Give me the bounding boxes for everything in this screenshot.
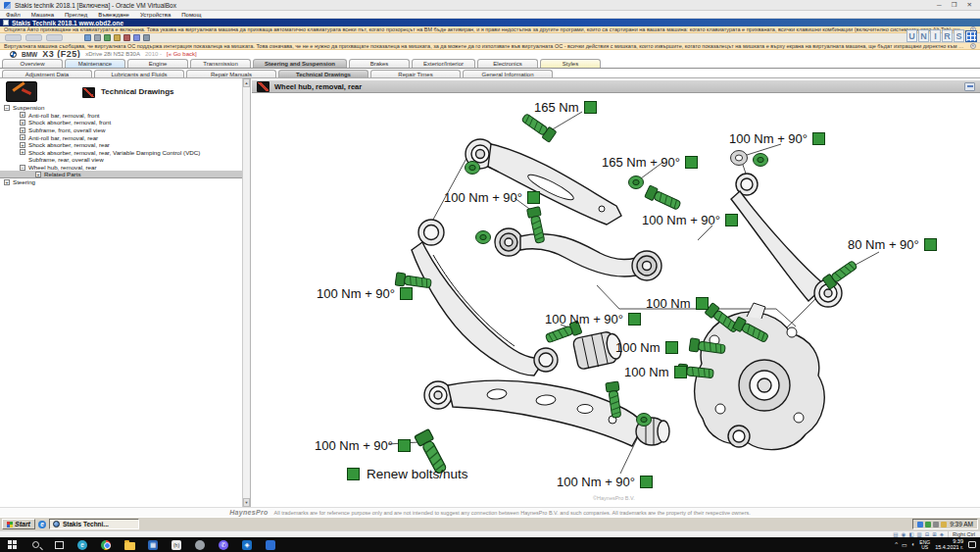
subtab-repair-times[interactable]: Repair Times <box>370 70 461 77</box>
subtab-technical-drawings[interactable]: Technical Drawings <box>278 70 368 77</box>
subtab-general-information[interactable]: General Information <box>463 70 553 77</box>
action-center-icon[interactable] <box>968 541 976 548</box>
tree-item-label: Subframe, rear, overall view <box>28 156 104 163</box>
viber-icon[interactable]: ✆ <box>212 537 235 552</box>
task-view-icon[interactable] <box>47 537 71 552</box>
blue-grid-app-icon[interactable]: ▦ <box>141 537 165 552</box>
toolbar-home-icon[interactable] <box>133 34 140 41</box>
menu-item-0[interactable]: Файл <box>6 12 21 18</box>
vm-task-button[interactable]: Stakis Techni... <box>49 519 139 529</box>
chrome-icon[interactable] <box>94 537 118 552</box>
expand-icon[interactable]: + <box>20 149 25 155</box>
security-shield-icon[interactable] <box>917 522 923 527</box>
go-back-link[interactable]: [« Go back] <box>167 51 197 57</box>
tree-item-shock-absorber-removal-front[interactable]: +Shock absorber, removal, front <box>0 119 242 126</box>
toolbar-settings-icon[interactable] <box>143 34 150 41</box>
technical-drawings-icon <box>6 81 37 102</box>
tab-transmission[interactable]: Transmission <box>190 59 251 68</box>
host-clock[interactable]: 9:39 15.4.2021 г. <box>935 539 963 550</box>
toolbar-save-icon[interactable] <box>104 34 111 41</box>
scroll-down-icon[interactable]: ▼ <box>243 498 250 507</box>
search-icon[interactable] <box>24 537 47 552</box>
subtab-repair-manuals[interactable]: Repair Manuals <box>186 70 276 77</box>
tab-steering-and-suspension[interactable]: Steering and Suspension <box>253 59 347 68</box>
tree-item-steering[interactable]: +Steering <box>0 178 242 186</box>
monitor-icon[interactable]: ▭ <box>902 541 907 548</box>
tab-engine[interactable]: Engine <box>127 59 188 68</box>
sidebar-scrollbar[interactable]: ▲ ▼ <box>242 78 250 507</box>
speaker-icon[interactable]: ◖ <box>911 541 915 548</box>
torque-value: 165 Nm + 90° <box>602 155 680 170</box>
host-system-tray[interactable]: ^▭◖ ENG US 9:39 15.4.2021 г. <box>895 539 980 550</box>
tree-item-shock-absorber-removal-rear[interactable]: +Shock absorber, removal, rear <box>0 141 242 149</box>
menu-item-5[interactable]: Помощ <box>181 12 201 18</box>
expand-icon[interactable]: + <box>20 142 25 148</box>
host-start-button[interactable] <box>0 537 24 552</box>
tree-item-anti-roll-bar-removal-front[interactable]: +Anti-roll bar, removal, front <box>0 112 242 120</box>
expand-icon[interactable]: + <box>35 172 41 177</box>
toolbar-folder-icon[interactable] <box>94 34 101 41</box>
close-button[interactable]: ✕ <box>967 1 972 9</box>
menu-item-2[interactable]: Преглед <box>65 12 87 18</box>
watermark-letter: I <box>930 29 941 42</box>
drawing-area: 165 Nm100 Nm + 90°165 Nm + 90°100 Nm + 9… <box>252 93 980 507</box>
vm-start-button[interactable]: Start <box>2 519 35 529</box>
tree-item-suspension[interactable]: −Suspension <box>0 104 242 112</box>
edge-icon[interactable]: e <box>71 537 94 552</box>
language-indicator[interactable]: ENG US <box>919 540 930 550</box>
tree-item-related-parts[interactable]: +Related Parts <box>0 171 242 178</box>
drawing-pen-icon <box>257 81 270 92</box>
tree-item-subframe-rear-overall-view[interactable]: Subframe, rear, overall view <box>0 156 242 164</box>
menu-item-4[interactable]: Устройства <box>140 12 171 18</box>
expand-icon[interactable]: + <box>4 179 10 185</box>
toolbar-print-icon[interactable] <box>114 34 121 41</box>
expand-icon[interactable]: + <box>20 112 25 118</box>
expand-icon[interactable]: + <box>20 120 25 125</box>
minimize-button[interactable]: ─ <box>937 1 942 9</box>
print-icon[interactable] <box>964 82 975 91</box>
diagram-legend: Renew bolts/nuts <box>347 467 468 481</box>
tab-electronics[interactable]: Electronics <box>477 59 538 68</box>
tree-item-wheel-hub-removal-rear[interactable]: −Wheel hub, removal, rear <box>0 164 242 172</box>
tree-item-shock-absorber-removal-rear-variable-damping-control-vdc-[interactable]: +Shock absorber, removal, rear, Variable… <box>0 149 242 157</box>
tree-item-anti-roll-bar-removal-rear[interactable]: +Anti-roll bar, removal, rear <box>0 133 242 141</box>
toolbar-doc-icon[interactable] <box>84 34 91 41</box>
sidebar-title: Technical Drawings <box>101 87 174 96</box>
tree-item-subframe-front-overall-view[interactable]: +Subframe, front, overall view <box>0 126 242 134</box>
subtab-adjustment-data[interactable]: Adjustment Data <box>2 70 92 77</box>
toolbar-large-button-2[interactable] <box>25 34 42 41</box>
blue-app-icon[interactable] <box>259 537 282 552</box>
tab-styles[interactable]: Styles <box>540 59 601 68</box>
subtab-lubricants-and-fluids[interactable]: Lubricants and Fluids <box>94 70 184 77</box>
file-explorer-icon[interactable] <box>118 537 141 552</box>
torque-value: 100 Nm + 90° <box>729 131 808 146</box>
virtualbox-icon[interactable]: ◈ <box>235 537 259 552</box>
chevron-up-icon[interactable]: ^ <box>895 541 898 548</box>
haynespro-app-icon[interactable]: (h) <box>165 537 188 552</box>
expand-icon[interactable]: + <box>20 127 25 133</box>
toolbar-large-button-1[interactable] <box>5 34 22 41</box>
collapse-icon[interactable]: − <box>20 165 25 171</box>
maximize-button[interactable]: ❐ <box>952 1 957 9</box>
tabs-row-secondary: Adjustment DataLubricants and FluidsRepa… <box>0 69 980 78</box>
gray-app-icon[interactable] <box>188 537 212 552</box>
menu-item-1[interactable]: Машина <box>31 12 54 18</box>
internet-explorer-icon[interactable]: e <box>38 521 46 528</box>
toolbar-back-icon[interactable] <box>123 34 130 41</box>
tab-exterior-interior[interactable]: Exterior/Interior <box>412 59 475 68</box>
vbox-window-title: Stakis technik 2018.1 [Включена] - Oracl… <box>15 2 176 9</box>
green-square-icon <box>527 191 540 204</box>
collapse-icon[interactable]: − <box>4 105 10 111</box>
expand-icon[interactable]: + <box>20 134 25 140</box>
tab-maintenance[interactable]: Maintenance <box>65 59 125 68</box>
network-tray-icon[interactable] <box>933 522 939 527</box>
tab-overview[interactable]: Overview <box>2 59 63 68</box>
vbox-menubar: ФайлМашинаПрегледВъвежданеУстройстваПомо… <box>0 11 980 19</box>
volume-tray-icon[interactable] <box>941 522 947 527</box>
menu-item-3[interactable]: Въвеждане <box>98 12 129 18</box>
scroll-up-icon[interactable]: ▲ <box>243 78 250 87</box>
toolbar-large-button-3[interactable] <box>46 34 63 41</box>
update-icon[interactable] <box>925 522 931 527</box>
vm-system-tray[interactable]: 9:39 AM <box>912 519 978 529</box>
tab-brakes[interactable]: Brakes <box>349 59 410 68</box>
